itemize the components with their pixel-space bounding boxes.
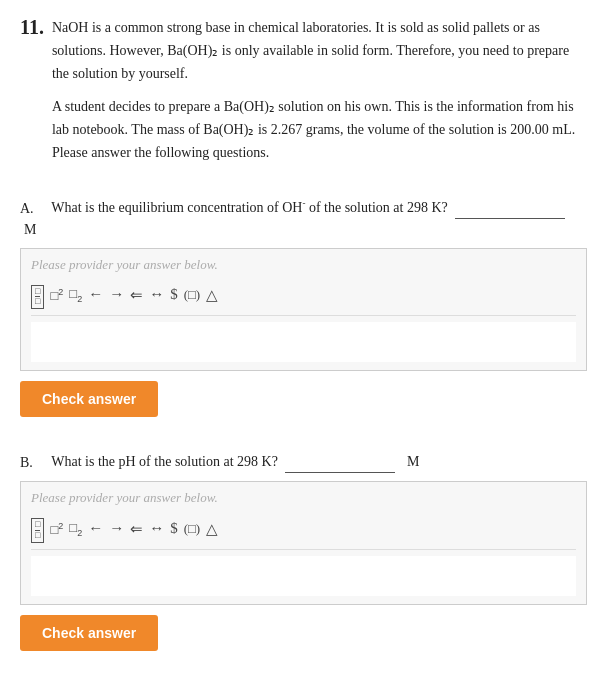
problem-container: 11. NaOH is a common strong base in chem… [20, 16, 587, 683]
problem-number: 11. [20, 16, 44, 39]
double-left-b[interactable]: ⇐ [130, 520, 143, 538]
fraction-btn-b[interactable]: □ □ [31, 514, 44, 543]
double-left-a[interactable]: ⇐ [130, 286, 143, 304]
unit-b: M [407, 454, 419, 469]
dollar-b[interactable]: $ [170, 520, 178, 537]
double-right-b[interactable]: ↔ [149, 520, 164, 537]
intro-p2: A student decides to prepare a Ba(OH)₂ s… [52, 95, 587, 164]
label-b: B. [20, 451, 48, 473]
box-paren-a[interactable]: (□) [184, 287, 201, 303]
problem-intro: NaOH is a common strong base in chemical… [52, 16, 587, 175]
math-toolbar-a: □ □ □2 □2 ← → ⇐ ↔ $ (□) △ [31, 281, 576, 317]
check-answer-a[interactable]: Check answer [20, 381, 158, 417]
box-paren-b[interactable]: (□) [184, 521, 201, 537]
answer-box-a: Please provider your answer below. □ □ □… [20, 248, 587, 372]
answer-blank-b [285, 472, 395, 473]
label-a: A. [20, 197, 48, 219]
placeholder-a: Please provider your answer below. [31, 257, 576, 273]
question-a-text: What is the equilibrium concentration of… [20, 200, 569, 237]
sq-btn-a[interactable]: □2 [50, 287, 63, 303]
intro-p1: NaOH is a common strong base in chemical… [52, 16, 587, 85]
math-input-a[interactable] [31, 322, 576, 362]
sq-btn-b[interactable]: □2 [50, 521, 63, 537]
fraction-btn-a[interactable]: □ □ [31, 281, 44, 310]
answer-blank-a [455, 218, 565, 219]
subquestion-a: A. What is the equilibrium concentration… [20, 197, 587, 434]
placeholder-b: Please provider your answer below. [31, 490, 576, 506]
left-arrow-b[interactable]: ← [88, 520, 103, 537]
right-arrow-b[interactable]: → [109, 520, 124, 537]
sq2-btn-a[interactable]: □2 [69, 286, 82, 304]
left-arrow-a[interactable]: ← [88, 286, 103, 303]
unit-a: M [24, 222, 36, 237]
double-right-a[interactable]: ↔ [149, 286, 164, 303]
subquestion-b: B. What is the pH of the solution at 298… [20, 451, 587, 667]
math-toolbar-b: □ □ □2 □2 ← → ⇐ ↔ $ (□) △ [31, 514, 576, 550]
sq2-btn-b[interactable]: □2 [69, 520, 82, 538]
answer-box-b: Please provider your answer below. □ □ □… [20, 481, 587, 605]
question-b-text: What is the pH of the solution at 298 K?… [51, 454, 419, 469]
right-arrow-a[interactable]: → [109, 286, 124, 303]
triangle-b[interactable]: △ [206, 520, 218, 538]
triangle-a[interactable]: △ [206, 286, 218, 304]
check-answer-b[interactable]: Check answer [20, 615, 158, 651]
dollar-a[interactable]: $ [170, 286, 178, 303]
math-input-b[interactable] [31, 556, 576, 596]
